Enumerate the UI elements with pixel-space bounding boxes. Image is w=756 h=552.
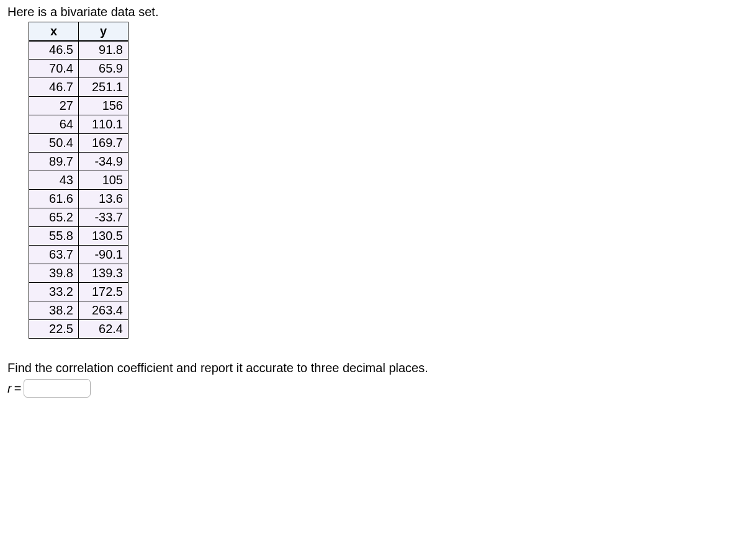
cell-x: 33.2: [29, 283, 79, 301]
intro-text: Here is a bivariate data set.: [7, 5, 749, 19]
cell-x: 50.4: [29, 134, 79, 153]
cell-y: 130.5: [79, 227, 128, 246]
table-row: 39.8139.3: [29, 264, 128, 283]
cell-y: 156: [79, 97, 128, 115]
cell-y: 65.9: [79, 60, 128, 78]
cell-x: 65.2: [29, 208, 79, 227]
table-row: 89.7-34.9: [29, 153, 128, 171]
cell-y: 263.4: [79, 301, 128, 320]
table-header-row: x y: [29, 22, 128, 41]
cell-x: 55.8: [29, 227, 79, 246]
table-row: 33.2172.5: [29, 283, 128, 301]
cell-y: -34.9: [79, 153, 128, 171]
table-row: 65.2-33.7: [29, 208, 128, 227]
cell-y: 169.7: [79, 134, 128, 153]
cell-y: 110.1: [79, 115, 128, 134]
cell-y: 62.4: [79, 320, 128, 339]
table-row: 64110.1: [29, 115, 128, 134]
table-row: 22.562.4: [29, 320, 128, 339]
cell-y: 139.3: [79, 264, 128, 283]
header-x: x: [29, 22, 79, 41]
cell-x: 61.6: [29, 190, 79, 208]
cell-y: -90.1: [79, 246, 128, 264]
cell-y: 172.5: [79, 283, 128, 301]
cell-x: 39.8: [29, 264, 79, 283]
table-row: 27156: [29, 97, 128, 115]
cell-x: 70.4: [29, 60, 79, 78]
cell-x: 43: [29, 171, 79, 190]
table-row: 38.2263.4: [29, 301, 128, 320]
cell-y: 251.1: [79, 78, 128, 97]
cell-y: 105: [79, 171, 128, 190]
answer-line: r =: [7, 379, 749, 398]
cell-x: 22.5: [29, 320, 79, 339]
data-table: x y 46.591.870.465.946.7251.12715664110.…: [29, 22, 128, 339]
cell-x: 89.7: [29, 153, 79, 171]
cell-x: 63.7: [29, 246, 79, 264]
cell-y: 13.6: [79, 190, 128, 208]
table-row: 46.7251.1: [29, 78, 128, 97]
cell-x: 64: [29, 115, 79, 134]
r-label: r: [7, 381, 12, 396]
cell-x: 27: [29, 97, 79, 115]
table-row: 61.613.6: [29, 190, 128, 208]
cell-x: 46.5: [29, 41, 79, 60]
question-text: Find the correlation coefficient and rep…: [7, 361, 749, 375]
table-row: 46.591.8: [29, 41, 128, 60]
cell-y: 91.8: [79, 41, 128, 60]
cell-x: 38.2: [29, 301, 79, 320]
equals-sign: =: [14, 381, 22, 396]
r-input[interactable]: [24, 379, 91, 398]
header-y: y: [79, 22, 128, 41]
cell-y: -33.7: [79, 208, 128, 227]
cell-x: 46.7: [29, 78, 79, 97]
table-row: 43105: [29, 171, 128, 190]
table-row: 70.465.9: [29, 60, 128, 78]
table-row: 63.7-90.1: [29, 246, 128, 264]
table-row: 55.8130.5: [29, 227, 128, 246]
table-row: 50.4169.7: [29, 134, 128, 153]
